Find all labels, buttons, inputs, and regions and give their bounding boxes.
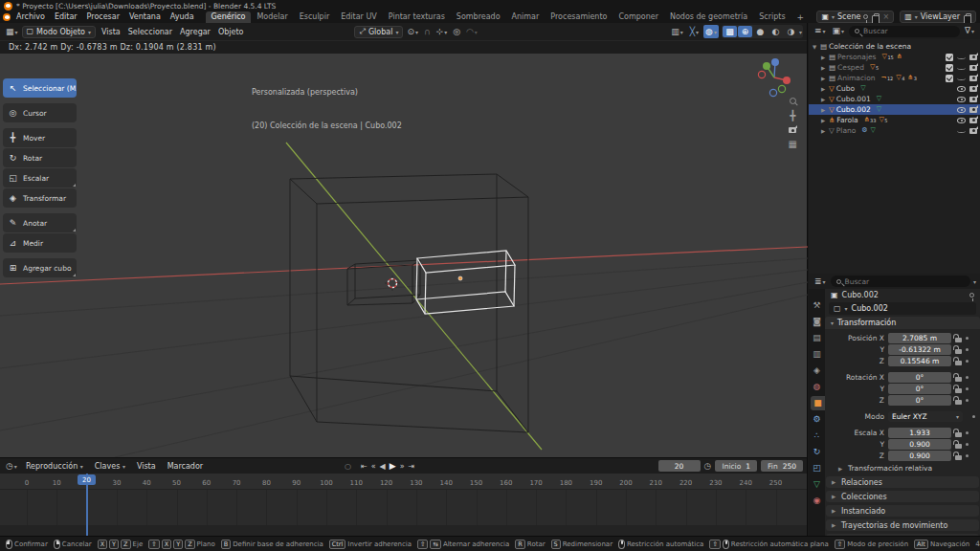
snap-toggle[interactable]: ∩ xyxy=(422,28,433,36)
properties-options-icon[interactable]: ▾ xyxy=(973,278,976,285)
outliner-row-cubo[interactable]: ▶▽Cubo▽ xyxy=(809,83,980,94)
blender-menu-icon[interactable] xyxy=(3,13,11,21)
properties-tab-object[interactable]: ■ xyxy=(811,396,825,410)
lock-icon[interactable] xyxy=(955,361,962,365)
object-types-visibility-button[interactable]: ▥▾ xyxy=(669,28,685,36)
eye-closed-icon[interactable] xyxy=(957,128,966,133)
zoom-icon[interactable] xyxy=(790,98,796,104)
relative-transform-subpanel[interactable]: ▶ Transformación relativa xyxy=(825,463,980,474)
viewport-menu-objeto[interactable]: Objeto xyxy=(214,28,248,36)
properties-tab-render[interactable]: ◙ xyxy=(809,315,825,329)
animate-dot-icon[interactable] xyxy=(966,443,969,446)
tool-select-button[interactable]: ↖Seleccionar (M... xyxy=(3,78,77,98)
value-field[interactable]: 2.7085 m xyxy=(888,333,951,343)
menu-editar[interactable]: Editar xyxy=(50,12,82,21)
properties-tab-world[interactable]: ◍ xyxy=(809,380,825,394)
frame-end-field[interactable]: Fin250 xyxy=(761,460,803,472)
pin-id-icon[interactable] xyxy=(969,293,974,298)
viewport-menu-vista[interactable]: Vista xyxy=(98,28,124,36)
falloff-button[interactable]: ◠▾ xyxy=(464,28,479,36)
prev-keyframe-button[interactable]: « xyxy=(371,462,376,471)
timeline-track-area[interactable] xyxy=(0,490,807,536)
outliner-row-colección-de-la-escena[interactable]: ▼▤Colección de la escena xyxy=(809,41,980,52)
tool-cursor-button[interactable]: ◎Cursor xyxy=(3,103,77,122)
eye-closed-icon[interactable] xyxy=(957,55,966,59)
properties-tab-output[interactable]: ▤ xyxy=(809,331,825,345)
outliner-row-personajes[interactable]: ▶▤Personajes▽15⋔ xyxy=(809,52,980,62)
tool-annotate-button[interactable]: ✎Anotar xyxy=(3,213,77,232)
play-reverse-button[interactable]: ◀ xyxy=(380,462,386,471)
play-button[interactable]: ▶ xyxy=(390,461,396,471)
lock-icon[interactable] xyxy=(955,432,962,437)
chevron-right-icon[interactable]: ▶ xyxy=(821,86,827,92)
outliner-search-input[interactable]: Buscar xyxy=(849,26,960,37)
workspace-tab-editar-uv[interactable]: Editar UV xyxy=(335,11,383,23)
chevron-right-icon[interactable]: ▶ xyxy=(821,76,827,81)
next-keyframe-button[interactable]: » xyxy=(400,462,405,471)
viewport-menu-agregar[interactable]: Agregar xyxy=(176,28,214,36)
menu-ventana[interactable]: Ventana xyxy=(124,12,166,21)
pivot-button[interactable]: ⊙▾ xyxy=(405,28,420,36)
rotation-mode-dropdown[interactable]: Euler XYZ▾ xyxy=(888,411,963,422)
new-scene-icon[interactable] xyxy=(874,13,880,20)
animate-dot-icon[interactable] xyxy=(966,454,969,457)
jump-to-end-button[interactable]: ⇥ xyxy=(409,462,415,471)
value-field[interactable]: 0.15546 m xyxy=(888,356,951,366)
workspace-tab-sombreado[interactable]: Sombreado xyxy=(451,11,506,23)
menu-marcador[interactable]: Marcador xyxy=(163,462,208,471)
workspace-tab-procesamiento[interactable]: Procesamiento xyxy=(545,11,612,23)
chevron-right-icon[interactable]: ▶ xyxy=(821,107,827,113)
cube-001-wireframe[interactable] xyxy=(347,260,420,305)
overlays-toggle[interactable]: ◍▾ xyxy=(703,25,719,38)
properties-tab-physics[interactable]: ↻ xyxy=(809,445,825,459)
object-name-field[interactable]: ▢▾ Cubo.002 xyxy=(829,302,976,315)
animate-dot-icon[interactable] xyxy=(966,337,969,340)
checkbox-icon[interactable] xyxy=(946,54,953,61)
gizmo-z-neg-axis[interactable] xyxy=(769,89,776,96)
value-field[interactable]: 0.900 xyxy=(888,451,951,461)
gizmo-y-axis[interactable] xyxy=(763,62,770,70)
new-viewlayer-icon[interactable] xyxy=(966,13,971,20)
animate-dot-icon[interactable] xyxy=(966,376,969,379)
properties-tab-viewlayer[interactable]: ▥ xyxy=(809,347,825,362)
auto-key-record-icon[interactable]: ○ xyxy=(345,462,351,471)
camera-icon[interactable] xyxy=(969,107,977,113)
properties-tab-constraints[interactable]: ◰ xyxy=(809,461,825,475)
properties-tab-scene[interactable]: ◈ xyxy=(809,364,825,378)
workspace-tab-modelar[interactable]: Modelar xyxy=(251,11,293,23)
outliner-row-farola[interactable]: ▶⋔Farola⋔33▽5 xyxy=(809,115,980,125)
gizmo-x-axis[interactable] xyxy=(783,77,791,84)
tool-transform-button[interactable]: ◈Transformar xyxy=(3,188,77,208)
outliner-editor-type-button[interactable]: ≡▾ xyxy=(813,27,828,35)
workspace-tab-esculpir[interactable]: Esculpir xyxy=(294,11,336,23)
frame-start-field[interactable]: Inicio1 xyxy=(715,460,757,472)
properties-tab-tool[interactable]: ⚒ xyxy=(809,298,825,313)
shading-rendered-button[interactable]: ◑ xyxy=(784,26,798,37)
lock-icon[interactable] xyxy=(955,455,962,460)
lock-icon[interactable] xyxy=(955,349,962,354)
eye-icon[interactable] xyxy=(957,118,966,123)
chevron-down-icon[interactable]: ▼ xyxy=(813,44,818,50)
outliner-row-animacion[interactable]: ▶▤Animacion¬12▽4⋔3 xyxy=(809,73,980,83)
animate-dot-icon[interactable] xyxy=(966,360,969,363)
menu-vista-timeline[interactable]: Vista xyxy=(132,462,161,471)
camera-icon[interactable] xyxy=(969,86,977,92)
xray-toggle[interactable]: ▩ xyxy=(723,26,737,37)
viewlayer-selector[interactable]: ▥▾ ViewLayer xyxy=(900,11,976,23)
chevron-right-icon[interactable]: ▶ xyxy=(821,118,827,123)
scene-selector[interactable]: ▣▾ Scene × xyxy=(816,11,894,23)
value-field[interactable]: 0.900 xyxy=(888,439,951,450)
lock-icon[interactable] xyxy=(955,338,962,342)
properties-tab-data[interactable]: ▽ xyxy=(809,477,825,492)
workspace-tab-pintar-texturas[interactable]: Pintar texturas xyxy=(383,11,451,23)
delete-scene-icon[interactable]: × xyxy=(882,12,889,21)
outliner-row-cubo.001[interactable]: ▶▽Cubo.001▽ xyxy=(809,94,980,104)
panel-colecciones[interactable]: ▶Colecciones xyxy=(826,491,979,502)
chevron-right-icon[interactable]: ▶ xyxy=(821,65,827,71)
checkbox-icon[interactable] xyxy=(946,75,953,82)
tool-measure-button[interactable]: ⊿Medir xyxy=(3,233,77,253)
transform-panel-header[interactable]: ▾ Transformación xyxy=(825,317,980,329)
outliner-row-cesped[interactable]: ▶▤Cesped▽5 xyxy=(809,62,980,73)
animate-dot-icon[interactable] xyxy=(972,415,975,418)
camera-view-icon[interactable] xyxy=(789,127,796,133)
